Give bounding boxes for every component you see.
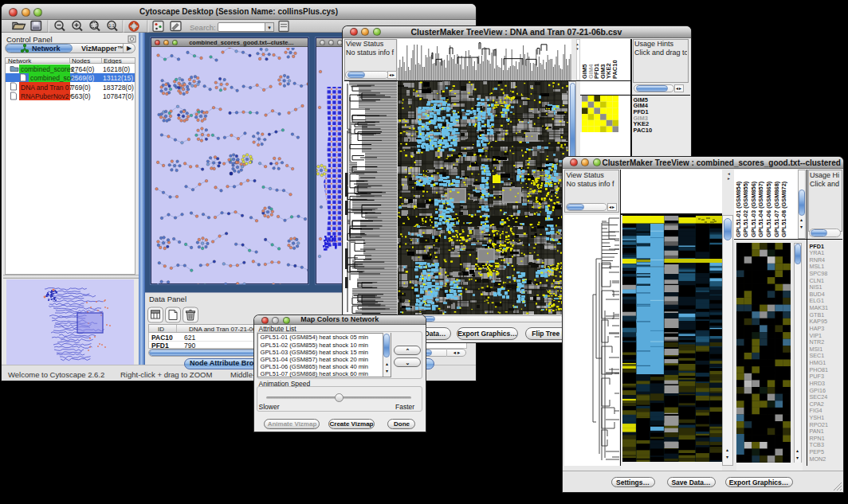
svg-text:GPL51-07 (GSM868): GPL51-07 (GSM868) — [772, 181, 779, 237]
svg-text:GPL51-02 (GSM855): GPL51-02 (GSM855) — [742, 181, 749, 237]
svg-text:GPL51-06 (GSM865): GPL51-06 (GSM865) — [765, 181, 772, 237]
svg-text:GPL51-08 (GSM872): GPL51-08 (GSM872) — [780, 181, 787, 237]
svg-text:GPL51-01 (GSM854): GPL51-01 (GSM854) — [734, 181, 741, 237]
svg-text:1:1: 1:1 — [108, 23, 115, 28]
svg-text:GPL51-03 (GSM856): GPL51-03 (GSM856) — [749, 181, 756, 237]
svg-text:GPL51-04 (GSM857): GPL51-04 (GSM857) — [757, 181, 764, 237]
svg-text:PAC10: PAC10 — [611, 60, 618, 79]
